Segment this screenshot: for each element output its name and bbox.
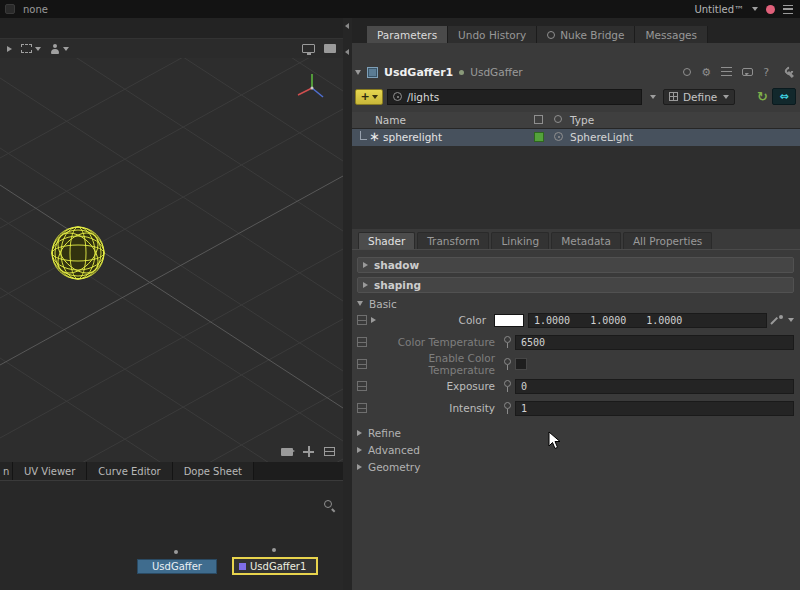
- mouse-cursor: [548, 431, 562, 451]
- color-values-field[interactable]: 1.0000 1.0000 1.0000: [528, 313, 767, 328]
- param-label: Enable Color Temperature: [371, 352, 499, 376]
- sliders-icon[interactable]: [721, 67, 732, 77]
- param-label: Color: [380, 314, 490, 326]
- eyedropper-icon[interactable]: [771, 314, 784, 327]
- param-state-icon[interactable]: [357, 359, 367, 369]
- wrench-icon[interactable]: [785, 67, 796, 78]
- camera-icon[interactable]: [281, 448, 293, 456]
- param-state-icon[interactable]: [357, 403, 367, 413]
- chevron-down-icon[interactable]: [788, 318, 794, 322]
- param-state-icon[interactable]: [357, 315, 367, 325]
- intensity-field[interactable]: 1: [515, 401, 794, 416]
- menu-icon[interactable]: [783, 5, 793, 14]
- param-state-icon[interactable]: [357, 337, 367, 347]
- refresh-icon[interactable]: ↻: [757, 90, 768, 103]
- frame-icon[interactable]: [324, 447, 335, 456]
- display-icon[interactable]: [302, 44, 315, 53]
- tab-nuke-bridge[interactable]: Nuke Bridge: [537, 26, 635, 43]
- tab-linking[interactable]: Linking: [491, 232, 549, 249]
- enabled-column-icon[interactable]: [534, 115, 543, 124]
- expand-icon: [363, 262, 368, 268]
- section-geometry[interactable]: Geometry: [357, 460, 420, 474]
- tab-curve-editor[interactable]: Curve Editor: [87, 462, 172, 480]
- viewport-toolbar: [0, 38, 343, 58]
- table-header: Name Type: [352, 112, 800, 129]
- tab-uv-viewer[interactable]: UV Viewer: [13, 462, 87, 480]
- section-advanced[interactable]: Advanced: [357, 443, 420, 457]
- swap-sync-button[interactable]: ⇔: [772, 88, 796, 105]
- value-pin-icon[interactable]: [503, 402, 511, 414]
- define-dropdown[interactable]: Define: [663, 89, 735, 105]
- scene-path-input[interactable]: /lights: [387, 89, 642, 105]
- section-basic[interactable]: Basic: [357, 297, 397, 310]
- status-indicator: [766, 5, 775, 14]
- path-dropdown-button[interactable]: [646, 89, 659, 105]
- chevron-down-icon: [723, 95, 729, 99]
- pane-expand-icon[interactable]: [7, 46, 12, 52]
- param-state-icon[interactable]: [357, 381, 367, 391]
- render-view-icon[interactable]: [324, 44, 336, 53]
- color-temperature-field[interactable]: 6500: [515, 335, 794, 350]
- current-node-label: none: [23, 4, 48, 15]
- tab-all-properties[interactable]: All Properties: [623, 232, 712, 249]
- node-graph-panel[interactable]: UsdGaffer UsdGaffer1: [0, 480, 343, 590]
- param-row-color: Color 1.0000 1.0000 1.0000: [357, 310, 794, 330]
- node-port[interactable]: [272, 548, 276, 552]
- color-swatch[interactable]: [494, 314, 524, 327]
- type-column-icon[interactable]: [554, 115, 562, 123]
- exposure-field[interactable]: 0: [515, 379, 794, 394]
- expand-icon: [363, 282, 368, 288]
- pan-icon[interactable]: [303, 446, 314, 457]
- chevron-down-icon: [650, 95, 656, 99]
- node-usdgaffer[interactable]: UsdGaffer: [137, 559, 217, 574]
- marquee-select-icon: [21, 44, 32, 53]
- tab-dope-sheet[interactable]: Dope Sheet: [173, 462, 254, 480]
- param-row-enable-color-temperature: Enable Color Temperature: [357, 354, 794, 374]
- section-refine[interactable]: Refine: [357, 426, 401, 440]
- param-row-intensity: Intensity 1: [357, 398, 794, 418]
- collapse-node-icon[interactable]: [355, 70, 361, 75]
- enable-color-temperature-checkbox[interactable]: [515, 358, 527, 370]
- section-shaping[interactable]: shaping: [357, 277, 794, 293]
- value-pin-icon[interactable]: [503, 336, 511, 348]
- search-icon[interactable]: [323, 499, 335, 511]
- pane-splitter[interactable]: [343, 18, 352, 590]
- node-port[interactable]: [174, 550, 178, 554]
- tab-shader[interactable]: Shader: [358, 232, 415, 249]
- column-header-name[interactable]: Name: [375, 114, 406, 126]
- node-type-icon: [367, 67, 378, 78]
- tab-messages[interactable]: Messages: [635, 26, 708, 43]
- tab-transform[interactable]: Transform: [417, 232, 489, 249]
- gear-icon[interactable]: ⚙: [701, 67, 711, 78]
- collapse-left-icon[interactable]: [345, 23, 349, 29]
- collapse-left-icon[interactable]: [345, 49, 349, 55]
- value-pin-icon[interactable]: [503, 358, 511, 370]
- manipulator-tool[interactable]: [50, 44, 69, 54]
- node-usdgaffer1-selected[interactable]: UsdGaffer1: [232, 557, 318, 575]
- 3d-viewport[interactable]: [0, 58, 343, 462]
- bullet-icon: [459, 70, 464, 75]
- expand-icon[interactable]: [371, 317, 376, 323]
- project-title[interactable]: Untitled™: [694, 4, 744, 15]
- tab-clipped[interactable]: n: [0, 462, 13, 480]
- panel-tab-bar: Parameters Undo History Nuke Bridge Mess…: [352, 18, 800, 43]
- lights-table: Name Type ∗ spherelight SphereLight: [352, 112, 800, 229]
- chevron-down-icon[interactable]: [752, 7, 758, 11]
- tab-undo-history[interactable]: Undo History: [448, 26, 537, 43]
- column-header-type[interactable]: Type: [570, 114, 594, 126]
- marquee-select-tool[interactable]: [21, 44, 41, 53]
- pin-icon[interactable]: [683, 68, 691, 76]
- add-light-button[interactable]: +: [355, 89, 383, 105]
- help-icon[interactable]: ?: [763, 67, 769, 78]
- comment-icon[interactable]: [742, 68, 753, 76]
- chevron-down-icon: [63, 47, 69, 51]
- node-type-label: UsdGaffer: [470, 66, 522, 78]
- enabled-indicator[interactable]: [534, 132, 544, 142]
- section-shadow[interactable]: shadow: [357, 257, 794, 273]
- value-pin-icon[interactable]: [503, 380, 511, 392]
- tab-metadata[interactable]: Metadata: [551, 232, 621, 249]
- tab-parameters[interactable]: Parameters: [367, 26, 448, 43]
- light-type-icon: [554, 132, 563, 141]
- table-row-spherelight[interactable]: ∗ spherelight SphereLight: [352, 129, 800, 146]
- viewport-canvas: [0, 58, 343, 462]
